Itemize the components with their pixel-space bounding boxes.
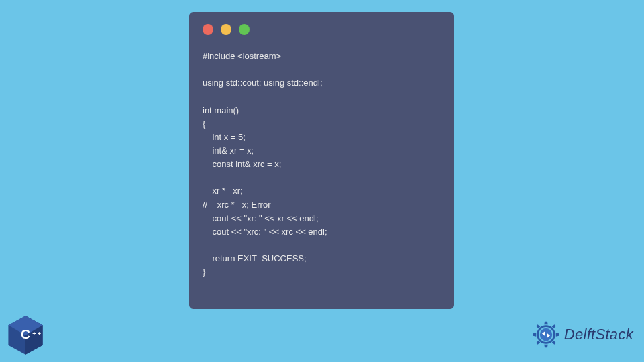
svg-text:+: + [38,330,41,337]
window-controls [203,24,441,35]
maximize-icon[interactable] [239,24,250,35]
code-line: return EXIT_SUCCESS; [203,253,307,263]
code-line: const int& xrc = x; [203,159,281,169]
code-line: xr *= xr; [203,186,243,196]
delftstack-logo: DelftStack [531,319,633,350]
delftstack-text: DelftStack [564,326,633,343]
code-line: // xrc *= x; Error [203,200,271,210]
code-window: #include <iostream> using std::cout; usi… [189,12,454,309]
svg-text:C: C [21,327,30,341]
code-line: cout << "xr: " << xr << endl; [203,213,319,223]
code-content: #include <iostream> using std::cout; usi… [203,50,441,279]
code-line: cout << "xrc: " << xrc << endl; [203,227,327,237]
minimize-icon[interactable] [221,24,231,35]
code-line: } [203,267,205,277]
code-line: int main() [203,105,239,115]
delftstack-gear-icon [531,319,561,350]
code-line: int x = 5; [203,132,246,142]
code-line: { [203,119,205,129]
svg-point-8 [540,328,552,341]
code-line: int& xr = x; [203,145,254,156]
code-line: #include <iostream> [203,51,281,61]
cpp-logo-icon: C + + [4,314,47,357]
svg-text:+: + [32,330,36,337]
close-icon[interactable] [203,24,213,35]
code-line: using std::cout; using std::endl; [203,78,323,88]
